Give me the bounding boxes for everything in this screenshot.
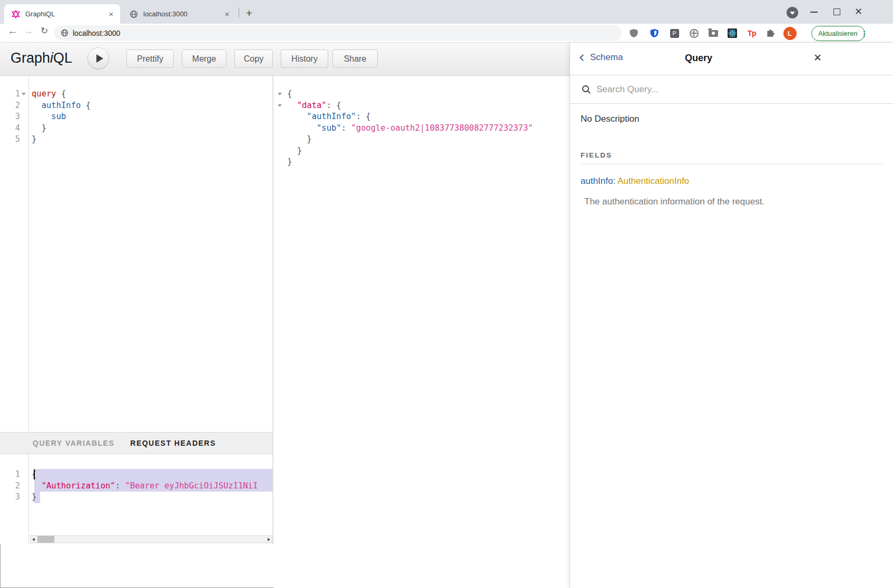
menu-kebab-icon[interactable]: ⋮: [860, 30, 868, 38]
search-icon: [582, 85, 591, 94]
code-line[interactable]: {: [32, 469, 272, 481]
fold-caret-icon[interactable]: [278, 104, 282, 107]
close-window-button[interactable]: ✕: [855, 5, 862, 18]
line-number: 3: [0, 492, 28, 503]
no-description-text: No Description: [581, 114, 882, 124]
graphql-logo-icon: [12, 10, 20, 18]
code-line[interactable]: authInfo {: [32, 100, 272, 112]
query-editor[interactable]: 12345 query { authInfo { sub }}: [0, 76, 272, 432]
field-name-link[interactable]: authInfo: [581, 176, 613, 186]
new-tab-button[interactable]: +: [242, 6, 256, 20]
tab-strip: GraphiQL × localhost:3000 × + ✕: [0, 0, 893, 24]
maximize-button[interactable]: [833, 8, 840, 15]
tab-title: GraphiQL: [25, 10, 106, 18]
horizontal-scrollbar[interactable]: [30, 535, 272, 543]
camera-extension-icon[interactable]: [706, 26, 720, 40]
line-number-gutter: 12345: [0, 76, 29, 432]
graphiql-topbar: GraphiQL Prettify Merge Copy History Sha…: [0, 43, 570, 76]
divider: [581, 164, 882, 164]
tab-request-headers[interactable]: REQUEST HEADERS: [130, 439, 216, 447]
line-number: 2: [0, 100, 28, 112]
chrome-update-icon[interactable]: [787, 7, 798, 18]
line-number: 1: [0, 89, 28, 100]
line-number: 5: [0, 134, 28, 145]
headers-code[interactable]: { "Authorization": "Bearer eyJhbGciOiJSU…: [29, 454, 272, 544]
prettify-button[interactable]: Prettify: [126, 50, 174, 68]
extensions-puzzle-icon[interactable]: [763, 26, 777, 40]
code-line[interactable]: "authInfo": {: [287, 111, 570, 123]
close-icon[interactable]: ×: [106, 9, 116, 19]
url-text[interactable]: localhost:3000: [73, 29, 120, 37]
fold-caret-icon[interactable]: [22, 93, 26, 95]
update-chrome-button[interactable]: Aktualisieren ⋮: [811, 26, 865, 41]
code-line[interactable]: }: [32, 492, 272, 503]
back-button[interactable]: ←: [5, 24, 20, 38]
tab-title: localhost:3000: [143, 10, 222, 18]
doc-explorer-panel: Schema Query ✕ No Description FIELDS aut…: [570, 43, 893, 588]
profile-avatar[interactable]: L: [783, 26, 797, 40]
text-cursor: [34, 469, 35, 479]
address-bar[interactable]: localhost:3000: [54, 25, 622, 41]
selection-highlight: [34, 469, 272, 481]
code-line[interactable]: sub: [32, 111, 272, 123]
field-row: authInfo: AuthenticationInfo: [581, 176, 882, 187]
move-extension-icon[interactable]: [687, 26, 701, 40]
code-line[interactable]: }: [287, 134, 570, 145]
play-icon: [96, 54, 103, 63]
line-number: 1: [0, 469, 28, 481]
scroll-right-icon[interactable]: [265, 536, 272, 543]
search-input[interactable]: [596, 84, 849, 95]
pane-divider[interactable]: [272, 76, 273, 544]
fold-caret-icon[interactable]: [278, 93, 282, 95]
doc-title: Query: [570, 53, 827, 64]
line-number: 4: [0, 123, 28, 134]
forward-button[interactable]: →: [21, 24, 36, 38]
code-line[interactable]: }: [32, 134, 272, 145]
line-number-gutter: 123: [0, 454, 29, 544]
copy-button[interactable]: Copy: [234, 50, 273, 68]
globe-icon: [130, 10, 138, 18]
code-line[interactable]: "Authorization": "Bearer eyJhbGciOiJSUzI…: [32, 481, 272, 492]
history-button[interactable]: History: [281, 50, 328, 68]
request-headers-editor[interactable]: 123 { "Authorization": "Bearer eyJhbGciO…: [0, 454, 272, 544]
p-extension-icon[interactable]: P: [668, 26, 681, 40]
code-line[interactable]: "data": {: [287, 100, 570, 112]
tab-query-variables[interactable]: QUERY VARIABLES: [33, 439, 114, 447]
field-description: The authentication information of the re…: [584, 197, 882, 207]
code-line[interactable]: }: [287, 156, 570, 168]
execute-button[interactable]: [87, 47, 109, 69]
fields-header: FIELDS: [581, 151, 882, 159]
line-number: 2: [0, 481, 28, 492]
doc-close-icon[interactable]: ✕: [813, 52, 822, 64]
scroll-left-icon[interactable]: [31, 536, 37, 543]
merge-button[interactable]: Merge: [182, 50, 227, 68]
graphiql-logo: GraphiQL: [11, 50, 72, 66]
scrollbar-thumb[interactable]: [37, 536, 54, 543]
globe-icon: [61, 29, 68, 37]
screen: { "browser": { "tabs": [ { "title": "Gra…: [0, 0, 893, 588]
react-devtools-icon[interactable]: [725, 26, 739, 40]
minimize-button[interactable]: [810, 12, 818, 13]
bitwarden-extension-icon[interactable]: [647, 26, 661, 40]
tab-localhost[interactable]: localhost:3000 ×: [122, 4, 236, 24]
caret-down-icon: [790, 12, 795, 15]
code-line[interactable]: }: [32, 123, 272, 134]
code-line[interactable]: query {: [32, 89, 272, 100]
ublock-extension-icon[interactable]: [627, 26, 641, 40]
tp-extension-icon[interactable]: Tp: [745, 26, 759, 40]
share-button[interactable]: Share: [332, 50, 378, 68]
code-line[interactable]: {: [287, 89, 570, 100]
line-number: 3: [0, 111, 28, 123]
close-icon[interactable]: ×: [222, 9, 232, 19]
code-line[interactable]: "sub": "google-oauth2|108377380082777232…: [287, 123, 570, 134]
tab-divider: [239, 8, 239, 17]
field-type-link[interactable]: AuthenticationInfo: [617, 176, 689, 186]
doc-search-row[interactable]: [570, 75, 893, 104]
tab-graphiql[interactable]: GraphiQL ×: [4, 4, 120, 24]
reload-button[interactable]: ↻: [37, 24, 52, 38]
query-code[interactable]: query { authInfo { sub }}: [29, 76, 272, 432]
result-viewer: { "data": { "authInfo": { "sub": "google…: [274, 76, 570, 588]
doc-explorer-header: Schema Query ✕: [570, 43, 893, 75]
secondary-editor-titlebar: QUERY VARIABLES REQUEST HEADERS: [0, 432, 272, 454]
code-line[interactable]: }: [287, 145, 570, 157]
